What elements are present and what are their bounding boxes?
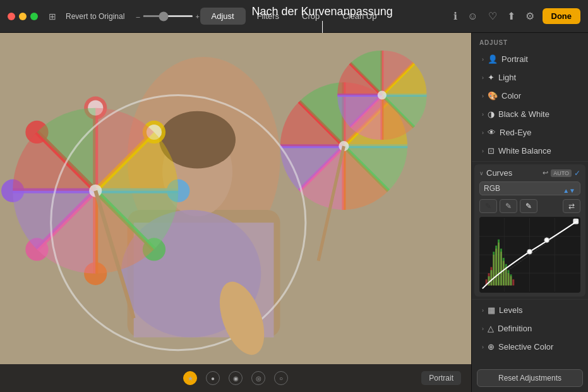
close-button[interactable] [8, 13, 15, 20]
wrench-icon[interactable]: ⚙ [524, 8, 536, 24]
tab-crop[interactable]: Crop [291, 8, 331, 25]
color-icon: 🎨 [488, 91, 498, 101]
adjust-label-light: Light [498, 73, 516, 82]
eyedropper-row: ✎ ✎ ✎ ⇄ [479, 199, 580, 213]
divider-2 [472, 299, 588, 300]
fullscreen-button[interactable] [30, 13, 38, 20]
chevron-curves-icon[interactable]: ∨ [479, 170, 484, 176]
chevron-light-icon: › [482, 75, 484, 81]
revert-button[interactable]: Revert to Original [66, 12, 124, 21]
selective-color-icon: ⊕ [488, 342, 495, 352]
portrait-icon: 👤 [488, 54, 498, 64]
main-content: ★ ● ◉ ◎ ○ Portrait ADJUST › 👤 Portrait ›… [0, 33, 588, 392]
photo-canvas [0, 33, 471, 392]
bottom-icon-circle4[interactable]: ○ [274, 371, 288, 385]
titlebar: ⊞ Revert to Original – + Adjust Filters … [0, 0, 588, 33]
bw-icon: ◑ [488, 109, 495, 119]
chevron-portrait-icon: › [482, 56, 484, 63]
curves-graph[interactable] [479, 217, 580, 293]
chevron-redeye-icon: › [482, 130, 484, 136]
divider-1 [472, 161, 588, 162]
bottom-bar: ★ ● ◉ ◎ ○ Portrait [0, 364, 471, 392]
curves-undo-icon[interactable]: ↩ [543, 169, 548, 177]
zoom-minus-icon: – [136, 13, 140, 20]
adjust-item-light[interactable]: › ✦ Light [474, 69, 585, 86]
adjust-item-color[interactable]: › 🎨 Color [474, 87, 585, 104]
adjust-label-bw: Black & White [498, 109, 549, 119]
adjust-item-levels[interactable]: › ▦ Levels [474, 302, 585, 319]
chevron-color-icon: › [482, 93, 484, 99]
curves-controls: ↩ AUTO ✓ [543, 169, 580, 178]
svg-rect-72 [498, 240, 500, 286]
eyedropper-white-icon: ✎ [525, 202, 532, 211]
chevron-bw-icon: › [482, 111, 484, 118]
light-icon: ✦ [488, 73, 495, 82]
adjust-item-selective-color[interactable]: › ⊕ Selective Color [474, 338, 585, 355]
zoom-slider[interactable] [143, 15, 193, 17]
zoom-plus-icon: + [196, 13, 200, 20]
reset-adjustments-button[interactable]: Reset Adjustments [477, 369, 583, 387]
adjust-label-definition: Definition [498, 324, 532, 333]
svg-rect-67 [512, 279, 514, 286]
curves-label: Curves [486, 168, 512, 178]
chevron-selective-color-icon: › [482, 344, 484, 350]
definition-icon: △ [488, 324, 494, 333]
heart-icon[interactable]: ♡ [486, 8, 499, 24]
minimize-button[interactable] [19, 13, 27, 20]
svg-rect-74 [503, 258, 505, 286]
eyedropper-black-button[interactable]: ✎ [479, 199, 497, 213]
photo-area: ★ ● ◉ ◎ ○ Portrait [0, 33, 471, 392]
adjust-item-definition[interactable]: › △ Definition [474, 320, 585, 337]
bottom-icon-circle1[interactable]: ● [206, 371, 220, 385]
traffic-lights [8, 13, 38, 20]
right-panel: ADJUST › 👤 Portrait › ✦ Light › 🎨 Color … [471, 33, 588, 392]
adjust-label-portrait: Portrait [501, 54, 528, 64]
toolbar-right: ℹ ☺ ♡ ⬆ ⚙ Done [452, 8, 580, 24]
svg-rect-71 [495, 245, 497, 285]
chevron-levels-icon: › [482, 307, 484, 314]
tab-adjust[interactable]: Adjust [200, 8, 246, 25]
view-toggle-button[interactable]: ⊞ [45, 9, 59, 23]
svg-rect-73 [500, 248, 502, 285]
svg-rect-69 [490, 270, 492, 285]
info-icon[interactable]: ℹ [452, 8, 459, 24]
bottom-icon-circle3[interactable]: ◎ [251, 371, 265, 385]
levels-icon: ▦ [488, 305, 495, 315]
curves-title: ∨ Curves [479, 168, 512, 178]
redeye-icon: 👁 [488, 128, 496, 137]
curves-section: ∨ Curves ↩ AUTO ✓ RGB Red Green Blue ▲▼ [474, 164, 585, 297]
bottom-icon-circle2[interactable]: ◉ [229, 371, 243, 385]
adjust-item-portrait[interactable]: › 👤 Portrait [474, 51, 585, 68]
adjust-label-redeye: Red-Eye [500, 128, 532, 137]
adjust-item-redeye[interactable]: › 👁 Red-Eye [474, 124, 585, 141]
zoom-slider-container: – + [136, 13, 200, 20]
adjust-label-wb: White Balance [498, 146, 551, 156]
face-icon[interactable]: ☺ [465, 9, 479, 24]
rgb-select-container: RGB Red Green Blue ▲▼ [479, 181, 580, 199]
done-button[interactable]: Done [543, 8, 581, 24]
adjust-item-bw[interactable]: › ◑ Black & White [474, 106, 585, 123]
adjust-label-color: Color [501, 91, 521, 101]
auto-badge[interactable]: AUTO [551, 169, 572, 177]
svg-rect-81 [573, 219, 579, 224]
window-controls: ⊞ Revert to Original – + [45, 9, 200, 23]
eyedropper-gray-button[interactable]: ✎ [500, 199, 517, 213]
svg-point-79 [527, 249, 532, 254]
curves-svg [479, 217, 580, 293]
swap-button[interactable]: ⇄ [563, 199, 580, 213]
eyedropper-gray-icon: ✎ [505, 202, 512, 211]
panel-title: ADJUST [472, 33, 588, 50]
share-icon[interactable]: ⬆ [505, 8, 517, 24]
tab-cleanup[interactable]: Clean Up [331, 8, 388, 25]
portrait-mode-button[interactable]: Portrait [421, 371, 461, 385]
svg-point-80 [544, 238, 549, 243]
eyedropper-white-button[interactable]: ✎ [520, 199, 537, 213]
chevron-wb-icon: › [482, 148, 484, 154]
tab-filters[interactable]: Filters [246, 8, 291, 25]
wb-icon: ⊡ [488, 146, 495, 156]
svg-rect-77 [510, 274, 512, 285]
adjust-item-wb[interactable]: › ⊡ White Balance [474, 142, 585, 159]
rgb-select[interactable]: RGB Red Green Blue [479, 181, 580, 195]
curves-header: ∨ Curves ↩ AUTO ✓ [479, 168, 580, 178]
bottom-icon-star[interactable]: ★ [183, 371, 197, 385]
